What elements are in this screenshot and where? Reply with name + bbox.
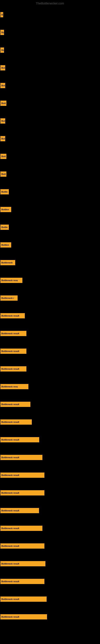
bar-row: Bott bbox=[0, 165, 100, 183]
bar-row: Bo bbox=[0, 24, 100, 41]
bar-label: Bottleneck result bbox=[0, 420, 32, 425]
bar-row: Bot bbox=[0, 59, 100, 77]
bar-row: Bo bbox=[0, 41, 100, 59]
bar-label: Bo bbox=[0, 30, 4, 35]
bar-row: Bottlen bbox=[0, 201, 100, 218]
bar-row: Bot bbox=[0, 112, 100, 130]
bar-row: Bottleneck resu bbox=[0, 378, 100, 396]
bar-label: Bottleneck result bbox=[0, 437, 39, 442]
bar-label: Bottle bbox=[0, 189, 9, 194]
bar-row: Bottle bbox=[0, 183, 100, 201]
bar-row: Bot bbox=[0, 77, 100, 94]
bar-label: Bottlen bbox=[0, 207, 11, 212]
bar-row: Bottleneck result bbox=[0, 431, 100, 448]
bar-label: Bottleneck result bbox=[0, 366, 26, 372]
bar-row: Bottleneck result bbox=[0, 324, 100, 342]
bar-row: Bot bbox=[0, 130, 100, 148]
bar-label: Bottleneck result bbox=[0, 614, 47, 620]
bar-row: Bottleneck result bbox=[0, 608, 100, 626]
bar-label: Bottleneck result bbox=[0, 561, 46, 566]
bar-row: Bottleneck result bbox=[0, 590, 100, 608]
bar-label: Bott bbox=[0, 154, 6, 159]
bar-label: Bottle bbox=[0, 224, 9, 230]
bar-label: Bottleneck resu bbox=[0, 278, 22, 283]
bar-row: Bottleneck result bbox=[0, 555, 100, 572]
bar-label: Bottleneck result bbox=[0, 596, 47, 602]
bar-label: Bo bbox=[0, 48, 4, 53]
bar-row: Bottleneck result bbox=[0, 537, 100, 555]
bar-row: Bottleneck result bbox=[0, 342, 100, 360]
bar-row: Bottleneck result bbox=[0, 413, 100, 431]
bar-row: Bottleneck result bbox=[0, 396, 100, 413]
bar-label: Bottleneck result bbox=[0, 544, 44, 548]
bar-label: Bott bbox=[0, 100, 6, 106]
bar-label: Bot bbox=[0, 118, 5, 124]
bar-row: Bottleneck result bbox=[0, 502, 100, 520]
bar-row: Bottleneck bbox=[0, 254, 100, 272]
bar-row: Bottleneck result bbox=[0, 484, 100, 502]
bar-label: Bottleneck result bbox=[0, 455, 42, 460]
bar-row: Bottleneck r bbox=[0, 289, 100, 307]
bar-label: Bottlen bbox=[0, 242, 11, 248]
bar-label: Bot bbox=[0, 83, 5, 88]
bar-label: Bottleneck result bbox=[0, 472, 44, 478]
bar-row: Bottleneck result bbox=[0, 307, 100, 324]
bar-label: Bot bbox=[0, 65, 5, 70]
bar-row: Bott bbox=[0, 94, 100, 112]
bar-row: Bottleneck result bbox=[0, 520, 100, 537]
bar-label: Bottleneck result bbox=[0, 313, 25, 318]
bar-label: B bbox=[0, 12, 3, 17]
bar-row: Bottleneck result bbox=[0, 466, 100, 484]
bar-label: Bottleneck result bbox=[0, 348, 26, 354]
bar-label: Bottleneck bbox=[0, 260, 15, 265]
bar-row: Bott bbox=[0, 148, 100, 165]
bar-label: Bot bbox=[0, 136, 5, 141]
bar-label: Bottleneck r bbox=[0, 296, 18, 301]
bar-row: Bottleneck resu bbox=[0, 272, 100, 289]
bar-label: Bottleneck result bbox=[0, 490, 44, 496]
bar-label: Bott bbox=[0, 172, 6, 177]
bar-row: Bottle bbox=[0, 218, 100, 236]
bar-row: Bottlen bbox=[0, 236, 100, 254]
bar-label: Bottleneck result bbox=[0, 402, 30, 407]
bar-row: B bbox=[0, 6, 100, 24]
bar-label: Bottleneck result bbox=[0, 508, 39, 513]
bar-row: Bottleneck result bbox=[0, 572, 100, 590]
bar-row: Bottleneck result bbox=[0, 448, 100, 466]
site-title: TheBottlenecker.com bbox=[0, 0, 100, 6]
bar-row: Bottleneck result bbox=[0, 360, 100, 378]
bar-label: Bottleneck resu bbox=[0, 384, 28, 389]
bar-label: Bottleneck result bbox=[0, 579, 44, 584]
bars-container: BBoBoBotBotBottBotBotBottBottBottleBottl… bbox=[0, 6, 100, 626]
bar-label: Bottleneck result bbox=[0, 526, 42, 531]
bar-label: Bottleneck result bbox=[0, 331, 26, 336]
